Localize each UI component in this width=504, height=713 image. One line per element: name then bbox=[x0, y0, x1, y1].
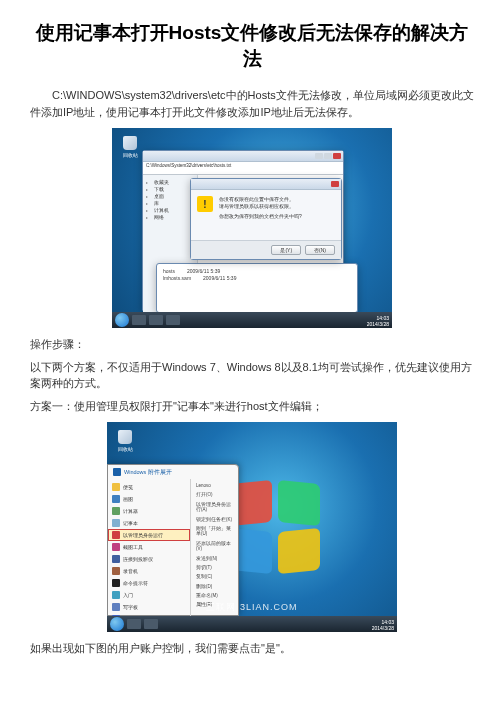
menu-item-run-as-admin[interactable]: 以管理员身份运行 bbox=[108, 529, 190, 541]
watermark: 三联网 3LIAN.COM bbox=[206, 297, 297, 310]
menu-item[interactable]: 连接到投影仪 bbox=[108, 553, 190, 565]
warning-icon bbox=[197, 196, 213, 212]
submenu-item[interactable]: 附到「开始」菜单(U) bbox=[193, 524, 236, 539]
taskbar-clock: 14:03 2014/3/28 bbox=[372, 620, 394, 631]
start-button[interactable] bbox=[115, 313, 129, 327]
submenu-item[interactable]: Lenovo bbox=[193, 481, 236, 490]
save-error-dialog: 你没有权限在此位置中保存文件。 请与管理员联系以获得相应权限。 你想改为保存到我… bbox=[190, 178, 342, 260]
no-button[interactable]: 否(N) bbox=[305, 245, 335, 255]
watermark: 三联网 3LIAN.COM bbox=[206, 601, 297, 614]
intro-paragraph: C:\WINDOWS\system32\drivers\etc中的Hosts文件… bbox=[30, 87, 474, 120]
note-1: 以下两个方案，不仅适用于Windows 7、Windows 8以及8.1均可尝试… bbox=[30, 359, 474, 392]
submenu-item[interactable]: 重命名(M) bbox=[193, 591, 236, 600]
menu-item[interactable]: 便笺 bbox=[108, 481, 190, 493]
taskbar-clock: 14:03 2014/3/28 bbox=[367, 316, 389, 327]
recycle-bin-icon: 回收站 bbox=[120, 136, 140, 158]
page-title: 使用记事本打开Hosts文件修改后无法保存的解决方法 bbox=[30, 20, 474, 72]
dialog-line-3: 你想改为保存到我的文档文件夹中吗? bbox=[219, 213, 302, 220]
submenu-item-admin[interactable]: 以管理员身份运行(A) bbox=[193, 500, 236, 515]
start-button[interactable] bbox=[110, 617, 124, 631]
screenshot-1: 回收站 C:\Windows\System32\drivers\etc\host… bbox=[112, 128, 392, 328]
steps-label: 操作步骤： bbox=[30, 336, 474, 353]
menu-item[interactable]: 画图 bbox=[108, 493, 190, 505]
accessories-list: 便笺 画图 计算器 记事本 以管理员身份运行 截图工具 连接到投影仪 录音机 命… bbox=[108, 479, 191, 632]
taskbar: 14:03 2014/3/28 bbox=[112, 312, 392, 328]
menu-item[interactable]: 写字板 bbox=[108, 601, 190, 613]
submenu-item[interactable]: 还原以前的版本(V) bbox=[193, 539, 236, 554]
submenu-item[interactable]: 锁定到任务栏(K) bbox=[193, 515, 236, 524]
menu-item[interactable]: 命令提示符 bbox=[108, 577, 190, 589]
plan-1: 方案一：使用管理员权限打开"记事本"来进行host文件编辑； bbox=[30, 398, 474, 415]
menu-item-notepad[interactable]: 记事本 bbox=[108, 517, 190, 529]
menu-item[interactable]: 计算器 bbox=[108, 505, 190, 517]
menu-item[interactable]: 截图工具 bbox=[108, 541, 190, 553]
start-menu-title: Windows 附件展开 bbox=[124, 469, 172, 476]
dialog-line-2: 请与管理员联系以获得相应权限。 bbox=[219, 203, 302, 210]
submenu-item[interactable]: 剪切(T) bbox=[193, 563, 236, 572]
taskbar: 14:03 2014/3/28 bbox=[107, 616, 397, 632]
yes-button[interactable]: 是(Y) bbox=[271, 245, 301, 255]
submenu-item[interactable]: 删除(D) bbox=[193, 582, 236, 591]
address-bar: C:\Windows\System32\drivers\etc\hosts.tx… bbox=[143, 162, 343, 175]
menu-item[interactable]: 入门 bbox=[108, 589, 190, 601]
note-2: 如果出现如下图的用户账户控制，我们需要点击"是"。 bbox=[30, 640, 474, 657]
screenshot-2: 回收站 Windows 附件展开 便笺 画图 计算器 记事本 以管理员身份运行 … bbox=[107, 422, 397, 632]
submenu-item[interactable]: 发送到(N) bbox=[193, 554, 236, 563]
windows-logo bbox=[230, 482, 320, 572]
menu-item[interactable]: 录音机 bbox=[108, 565, 190, 577]
recycle-bin-icon: 回收站 bbox=[115, 430, 135, 452]
submenu-item[interactable]: 复制(C) bbox=[193, 572, 236, 581]
close-icon[interactable] bbox=[331, 181, 339, 187]
submenu-item[interactable]: 打开(O) bbox=[193, 490, 236, 499]
dialog-line-1: 你没有权限在此位置中保存文件。 bbox=[219, 196, 302, 203]
start-menu: Windows 附件展开 便笺 画图 计算器 记事本 以管理员身份运行 截图工具… bbox=[107, 464, 239, 616]
